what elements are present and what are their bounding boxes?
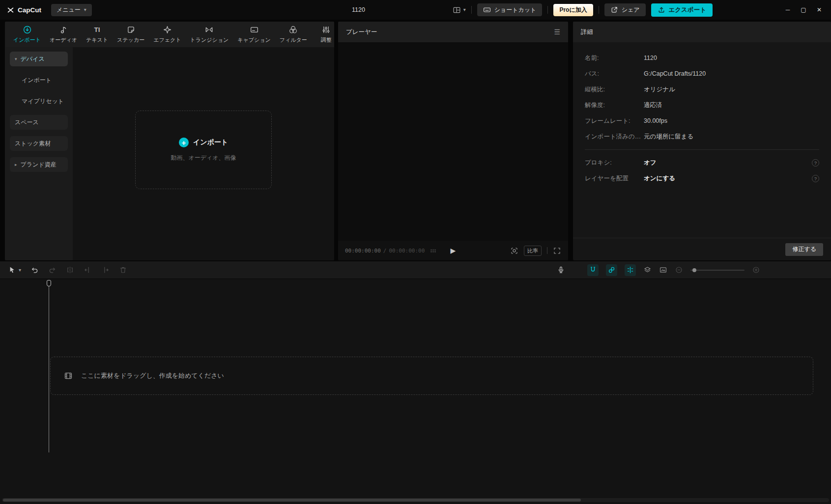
timecode-total: 00:00:00:00 [389,248,425,254]
sidebar-item-label: インポート [22,76,52,84]
divider [547,247,547,254]
trim-right-icon[interactable] [101,264,110,276]
detail-row-path: パス: G:/CapCut Drafts/1120 [585,66,819,82]
share-label: シェア [622,6,640,14]
minimize-button[interactable]: ─ [780,0,796,20]
player-menu-icon[interactable]: ☰ [554,28,560,36]
linkage-icon[interactable] [606,264,617,276]
timeline-dropzone[interactable]: ここに素材をドラッグし、作成を始めてください [50,357,813,395]
detail-row-proxy: プロキシ: オフ ? [585,155,819,170]
tab-filter[interactable]: フィルター [275,22,312,47]
join-pro-label: Proに加入 [559,6,587,14]
track-layers-icon[interactable] [643,264,652,276]
export-button[interactable]: エクスポート [651,3,713,17]
record-voiceover-icon[interactable] [557,264,565,276]
proxy-value[interactable]: オフ [644,159,657,167]
menu-button-label: メニュー [57,6,81,14]
detail-row-resolution: 解像度: 適応済 [585,97,819,113]
select-tool-button[interactable]: ▾ [8,264,21,276]
detail-value: G:/CapCut Drafts/1120 [644,70,706,77]
sidebar-item-brand[interactable]: ▸ ブランド資産 [10,157,68,172]
trim-left-icon[interactable] [84,264,92,276]
auto-snap-icon[interactable] [587,264,599,276]
caret-right-icon: ▸ [15,162,17,167]
tab-audio[interactable]: オーディオ [45,22,82,47]
shortcuts-button[interactable]: ショートカット [477,3,543,16]
zoom-out-icon[interactable] [675,264,683,276]
frame-view-icon[interactable] [430,247,437,254]
detail-label: 名前: [585,54,644,62]
details-header: 詳細 [573,22,831,42]
maximize-button[interactable]: ▢ [796,0,811,20]
tab-text[interactable]: TI テキスト [82,22,113,47]
sidebar-item-space[interactable]: スペース [10,115,68,130]
tab-import[interactable]: インポート [9,22,45,47]
import-title: インポート [193,138,228,147]
play-button[interactable]: ▶ [451,247,456,254]
audio-tab-icon [59,25,68,34]
detail-value: オリジナル [644,85,675,94]
delete-icon[interactable] [119,264,127,276]
tab-adjust[interactable]: 調整 [316,22,334,47]
tab-label: オーディオ [50,36,77,44]
sidebar-item-import[interactable]: インポート [17,73,68,87]
menu-button[interactable]: メニュー ▾ [51,4,92,16]
keyboard-icon [483,6,491,14]
layers-value[interactable]: オンにする [644,174,675,183]
detail-label: 解像度: [585,101,644,110]
playhead-handle[interactable] [47,280,51,286]
ratio-button[interactable]: 比率 [524,246,542,256]
redo-icon[interactable] [48,264,57,276]
sidebar-item-stock[interactable]: ストック素材 [10,136,68,151]
preview-axis-icon[interactable] [625,264,636,276]
share-button[interactable]: シェア [604,3,646,16]
close-button[interactable]: ✕ [811,0,827,20]
timeline-scrollbar-track[interactable] [2,498,829,502]
tab-label: トランジション [190,36,229,44]
modify-button[interactable]: 修正する [785,243,823,256]
divider [471,6,472,14]
fullscreen-icon[interactable] [553,247,561,255]
undo-icon[interactable] [30,264,39,276]
join-pro-button[interactable]: Proに加入 [553,4,593,16]
help-icon[interactable]: ? [812,159,819,167]
media-sidebar: ▾ デバイス インポート マイプリセット スペース ストック素材 ▸ ブランド資… [5,47,73,260]
snapshot-icon[interactable] [510,247,518,255]
film-icon [64,371,73,380]
player-controls-right: 比率 [510,246,561,256]
show-material-icon[interactable] [659,264,667,276]
zoom-in-icon[interactable] [752,264,760,276]
tab-caption[interactable]: キャプション [233,22,275,47]
layout-switcher-button[interactable]: ▾ [453,6,466,14]
chevron-down-icon: ▾ [84,7,86,12]
help-icon[interactable]: ? [812,175,819,182]
zoom-slider-knob[interactable] [692,268,696,272]
effect-tab-icon [163,25,172,34]
tab-transition[interactable]: トランジション [185,22,233,47]
import-dropzone[interactable]: + インポート 動画、オーディオ、画像 [135,111,272,189]
detail-value: 適応済 [644,101,662,110]
sidebar-item-my-presets[interactable]: マイプリセット [17,94,68,109]
tab-label: フィルター [280,36,307,44]
sidebar-item-label: ブランド資産 [21,161,57,169]
tab-label: インポート [13,36,41,44]
sidebar-item-label: デバイス [21,55,45,63]
timecode-separator: / [383,248,387,254]
timeline-zoom-slider[interactable] [690,267,745,274]
player-viewport [338,42,568,241]
export-label: エクスポート [669,6,706,14]
tab-label: 調整 [321,36,332,44]
media-panel: インポート オーディオ TI テキスト ステッカー [5,22,334,260]
tab-sticker[interactable]: ステッカー [113,22,149,47]
sidebar-item-device[interactable]: ▾ デバイス [10,52,68,66]
layout-panes-icon [453,6,461,14]
timeline-scrollbar-thumb[interactable] [3,499,581,502]
sidebar-item-label: ストック素材 [15,140,51,148]
timeline[interactable]: ここに素材をドラッグし、作成を始めてください [0,279,831,504]
sidebar-item-label: マイプリセット [22,97,64,106]
plus-icon: + [179,138,189,147]
detail-row-name: 名前: 1120 [585,50,819,66]
detail-row-imported: インポート済みの… 元の場所に留まる [585,129,819,144]
tab-effect[interactable]: エフェクト [149,22,185,47]
split-icon[interactable] [66,264,74,276]
